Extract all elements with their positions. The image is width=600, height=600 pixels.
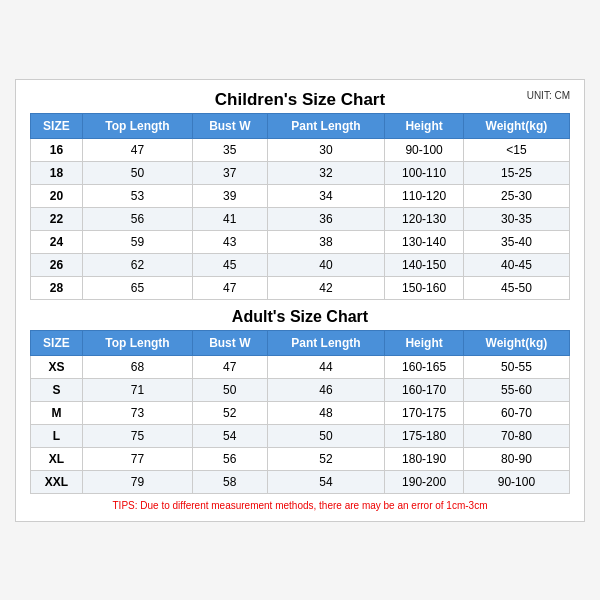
ad-col-height: Height [385,330,464,355]
table-cell: 38 [267,230,385,253]
table-cell: 43 [193,230,268,253]
table-cell: 180-190 [385,447,464,470]
ch-col-bustw: Bust W [193,113,268,138]
table-cell: 73 [82,401,192,424]
table-cell: 175-180 [385,424,464,447]
table-cell: 45-50 [463,276,569,299]
table-cell: 30-35 [463,207,569,230]
table-cell: 50-55 [463,355,569,378]
table-cell: 68 [82,355,192,378]
table-cell: <15 [463,138,569,161]
table-cell: 90-100 [385,138,464,161]
table-cell: 50 [82,161,192,184]
ad-col-pantlength: Pant Length [267,330,385,355]
table-row: 20533934110-12025-30 [31,184,570,207]
ch-col-toplength: Top Length [82,113,192,138]
table-cell: 42 [267,276,385,299]
table-cell: 44 [267,355,385,378]
table-cell: 18 [31,161,83,184]
table-cell: 53 [82,184,192,207]
table-cell: 47 [193,355,268,378]
table-cell: 90-100 [463,470,569,493]
table-cell: 56 [82,207,192,230]
table-cell: 50 [193,378,268,401]
table-cell: 59 [82,230,192,253]
table-cell: L [31,424,83,447]
table-cell: XL [31,447,83,470]
ch-col-size: SIZE [31,113,83,138]
table-cell: 39 [193,184,268,207]
table-cell: 32 [267,161,385,184]
table-cell: 160-170 [385,378,464,401]
table-row: 1647353090-100<15 [31,138,570,161]
unit-label: UNIT: CM [527,90,570,101]
table-row: 22564136120-13030-35 [31,207,570,230]
children-title: Children's Size Chart UNIT: CM [30,90,570,110]
table-cell: 75 [82,424,192,447]
table-cell: 160-165 [385,355,464,378]
table-cell: 34 [267,184,385,207]
table-cell: 50 [267,424,385,447]
ch-col-pantlength: Pant Length [267,113,385,138]
table-row: 26624540140-15040-45 [31,253,570,276]
table-cell: 24 [31,230,83,253]
table-cell: 62 [82,253,192,276]
table-cell: 58 [193,470,268,493]
table-cell: 22 [31,207,83,230]
table-cell: 100-110 [385,161,464,184]
table-cell: 25-30 [463,184,569,207]
children-table: SIZE Top Length Bust W Pant Length Heigh… [30,113,570,300]
table-cell: 190-200 [385,470,464,493]
table-row: 18503732100-11015-25 [31,161,570,184]
table-cell: 80-90 [463,447,569,470]
table-cell: 40 [267,253,385,276]
adults-title: Adult's Size Chart [30,300,570,330]
table-cell: 150-160 [385,276,464,299]
table-cell: 16 [31,138,83,161]
table-cell: 140-150 [385,253,464,276]
table-cell: 35-40 [463,230,569,253]
table-row: S715046160-17055-60 [31,378,570,401]
table-cell: 120-130 [385,207,464,230]
table-cell: 70-80 [463,424,569,447]
table-cell: 54 [267,470,385,493]
table-cell: 56 [193,447,268,470]
adults-header-row: SIZE Top Length Bust W Pant Length Heigh… [31,330,570,355]
ch-col-weight: Weight(kg) [463,113,569,138]
chart-container: Children's Size Chart UNIT: CM SIZE Top … [15,79,585,522]
table-row: XL775652180-19080-90 [31,447,570,470]
table-cell: 54 [193,424,268,447]
table-cell: 40-45 [463,253,569,276]
table-cell: 60-70 [463,401,569,424]
table-cell: 36 [267,207,385,230]
adults-table: SIZE Top Length Bust W Pant Length Heigh… [30,330,570,494]
table-cell: 45 [193,253,268,276]
table-cell: XXL [31,470,83,493]
children-title-text: Children's Size Chart [215,90,385,109]
ad-col-toplength: Top Length [82,330,192,355]
table-row: M735248170-17560-70 [31,401,570,424]
table-cell: 41 [193,207,268,230]
adults-title-text: Adult's Size Chart [232,308,368,325]
table-cell: 52 [193,401,268,424]
table-cell: XS [31,355,83,378]
table-cell: 46 [267,378,385,401]
table-cell: 20 [31,184,83,207]
table-cell: S [31,378,83,401]
ad-col-bustw: Bust W [193,330,268,355]
table-cell: 47 [82,138,192,161]
table-cell: 35 [193,138,268,161]
table-cell: 71 [82,378,192,401]
table-cell: 47 [193,276,268,299]
table-row: XXL795854190-20090-100 [31,470,570,493]
table-cell: 130-140 [385,230,464,253]
children-header-row: SIZE Top Length Bust W Pant Length Heigh… [31,113,570,138]
table-cell: 52 [267,447,385,470]
table-cell: 55-60 [463,378,569,401]
table-cell: 110-120 [385,184,464,207]
table-cell: 65 [82,276,192,299]
table-cell: 48 [267,401,385,424]
table-cell: 170-175 [385,401,464,424]
table-row: 28654742150-16045-50 [31,276,570,299]
table-cell: M [31,401,83,424]
